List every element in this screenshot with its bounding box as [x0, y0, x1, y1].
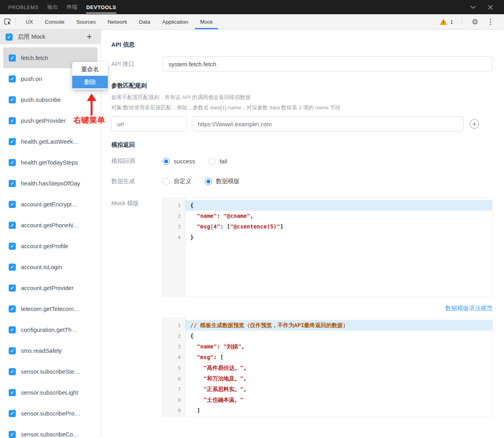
radio-option-label: 自定义	[174, 178, 191, 185]
line-number: 8	[163, 395, 185, 405]
toolbar-divider	[15, 18, 16, 26]
sidebar-api-item[interactable]: ✓health.getLastWeek…	[3, 131, 97, 152]
title-bar: PROBLEMS输出终端DEVTOOLS	[0, 0, 504, 14]
devtools-tab-network[interactable]: Network	[102, 14, 133, 29]
api-checkbox[interactable]: ✓	[9, 138, 16, 145]
api-checkbox[interactable]: ✓	[9, 347, 16, 354]
api-item-label: sensor.subscribePro…	[21, 410, 81, 417]
sidebar-api-item[interactable]: ✓health.getTodaySteps	[3, 152, 97, 173]
code-line: 4}	[163, 232, 492, 243]
api-item-label: sensor.subscribeSte…	[21, 368, 80, 375]
add-api-button[interactable]: +	[87, 32, 92, 41]
api-checkbox[interactable]: ✓	[9, 75, 16, 82]
param-value-input[interactable]	[192, 116, 464, 131]
warning-icon[interactable]	[440, 19, 447, 25]
sidebar-api-item[interactable]: ✓sensor.subscribePro…	[3, 403, 97, 424]
sidebar-api-item[interactable]: ✓health.hasStepsOfDay	[3, 173, 97, 194]
context-menu-item[interactable]: 重命名	[72, 63, 108, 76]
code-content: "正系思料实。",	[185, 384, 492, 395]
line-number: 2	[163, 331, 185, 341]
api-item-label: health.getTodaySteps	[21, 159, 78, 166]
api-checkbox[interactable]: ✓	[9, 117, 16, 124]
line-number: 3	[163, 221, 185, 232]
devtools-tab-ux[interactable]: UX	[20, 14, 39, 29]
radio-option[interactable]: fail	[208, 158, 227, 165]
sidebar-header: ✓ 启用 Mock +	[0, 30, 101, 44]
radio-option[interactable]: success	[163, 158, 195, 165]
close-icon[interactable]	[488, 5, 493, 10]
api-checkbox[interactable]: ✓	[9, 285, 16, 292]
titlebar-tab[interactable]: 终端	[67, 0, 77, 14]
api-item-label: push.getProvider	[21, 117, 66, 124]
titlebar-tab[interactable]: 输出	[47, 0, 58, 14]
preview-editor[interactable]: 1// 模板生成数据预览（仅作预览，不作为API最终返回的数据）2{3 "nam…	[163, 318, 493, 417]
devtools-tab-application[interactable]: Application	[156, 14, 194, 29]
generation-radio-group: 自定义数据模版	[163, 178, 253, 185]
sidebar-api-item[interactable]: ✓account.isLogin	[3, 256, 97, 277]
kebab-menu-icon[interactable]: ⋮	[487, 19, 494, 25]
sidebar-api-item[interactable]: ✓account.getProfile	[3, 236, 97, 256]
api-checkbox[interactable]: ✓	[9, 96, 16, 103]
sidebar-api-item[interactable]: ✓telecom.getTelecom…	[3, 298, 97, 319]
api-checkbox[interactable]: ✓	[9, 180, 16, 187]
sidebar-api-item[interactable]: ✓sensor.subscribeLight	[3, 382, 97, 403]
titlebar-tab[interactable]: DEVTOOLS	[86, 0, 116, 14]
devtools-tab-mock[interactable]: Mock	[194, 14, 219, 29]
radio-button[interactable]	[208, 158, 215, 165]
sidebar-api-item[interactable]: ✓push.subscribe	[3, 89, 97, 110]
sidebar-api-item[interactable]: ✓account.getProvider	[3, 277, 97, 298]
context-menu: 重命名删除	[72, 62, 108, 90]
api-endpoint-input[interactable]	[163, 56, 493, 71]
radio-option[interactable]: 自定义	[163, 178, 191, 185]
api-checkbox[interactable]: ✓	[9, 410, 16, 417]
toolbar-tabs: UXConsoleSourcesNetworkDataApplicationMo…	[20, 14, 219, 29]
api-checkbox[interactable]: ✓	[9, 305, 16, 313]
enable-mock-checkbox[interactable]: ✓	[6, 34, 13, 41]
api-checkbox[interactable]: ✓	[9, 368, 16, 375]
mock-template-label: Mock 模版	[111, 198, 163, 207]
devtools-tab-data[interactable]: Data	[133, 14, 156, 29]
line-number: 4	[163, 232, 185, 243]
sidebar-api-item[interactable]: ✓sensor.subscribeCo…	[3, 424, 97, 438]
inspect-element-icon[interactable]	[4, 18, 11, 26]
radio-button[interactable]	[163, 178, 170, 185]
code-line: 3 "msg|4": ["@csentence(5)"]	[163, 221, 492, 232]
api-item-label: account.isLogin	[21, 264, 62, 270]
code-line: 5 "高件易但达。",	[163, 363, 492, 373]
chevron-down-icon[interactable]	[470, 6, 476, 9]
warning-count[interactable]: 1	[450, 19, 453, 25]
api-checkbox[interactable]: ✓	[9, 243, 16, 250]
api-checkbox[interactable]: ✓	[9, 54, 16, 62]
context-menu-item[interactable]: 删除	[72, 76, 108, 88]
api-checkbox[interactable]: ✓	[9, 159, 16, 166]
sidebar-api-item[interactable]: ✓account.getEncrypt…	[3, 194, 97, 215]
radio-button[interactable]	[205, 178, 212, 185]
api-checkbox[interactable]: ✓	[9, 264, 16, 271]
api-checkbox[interactable]: ✓	[9, 222, 16, 229]
api-checkbox[interactable]: ✓	[9, 431, 16, 438]
devtools-toolbar: UXConsoleSourcesNetworkDataApplicationMo…	[0, 14, 504, 30]
api-checkbox[interactable]: ✓	[9, 201, 16, 208]
api-checkbox[interactable]: ✓	[9, 326, 16, 333]
radio-button[interactable]	[163, 158, 170, 165]
radio-option[interactable]: 数据模版	[205, 178, 240, 185]
gear-icon[interactable]: ⚙	[472, 18, 478, 26]
add-rule-button[interactable]: +	[470, 119, 479, 129]
devtools-tab-sources[interactable]: Sources	[70, 14, 102, 29]
api-checkbox[interactable]: ✓	[9, 389, 16, 396]
sidebar-api-item[interactable]: ✓account.getPhoneN…	[3, 215, 97, 236]
line-number: 2	[163, 211, 185, 221]
devtools-tab-console[interactable]: Console	[39, 14, 71, 29]
sidebar-api-item[interactable]: ✓configuration.getTh…	[3, 319, 97, 340]
api-item-label: sensor.subscribeLight	[21, 389, 78, 396]
line-number: 6	[163, 373, 185, 384]
mock-api-sidebar: ✓ 启用 Mock + ✓fetch.fetch✓push.on✓push.su…	[0, 30, 101, 438]
param-name-input[interactable]	[111, 116, 187, 131]
code-line: 4 "msg": [	[163, 352, 492, 363]
sidebar-api-item[interactable]: ✓sensor.subscribeSte…	[3, 361, 97, 382]
titlebar-tab[interactable]: PROBLEMS	[8, 0, 39, 14]
template-syntax-link[interactable]: 数据模版语法规范	[445, 305, 493, 311]
sidebar-api-item[interactable]: ✓sms.readSafely	[3, 340, 97, 361]
titlebar-controls	[470, 5, 500, 10]
mock-template-editor[interactable]: 1{2 "name": "@cname",3 "msg|4": ["@csent…	[163, 198, 493, 297]
